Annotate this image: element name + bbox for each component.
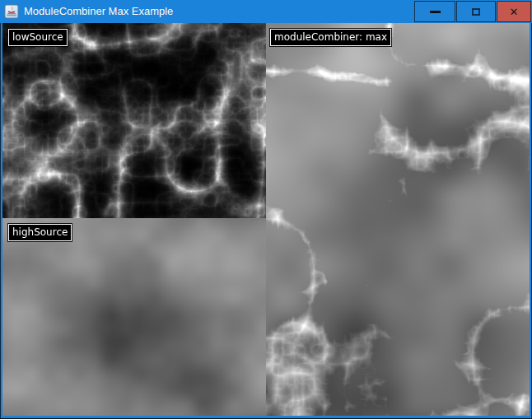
app-window: ModuleCombiner Max Example ✕ lowSource h… bbox=[0, 0, 532, 419]
modulecombiner-noise-panel bbox=[266, 23, 530, 416]
close-icon: ✕ bbox=[510, 7, 519, 17]
java-app-icon bbox=[4, 4, 19, 19]
minimize-icon bbox=[430, 11, 441, 13]
highsource-noise-panel bbox=[2, 218, 266, 416]
modulecombiner-label: moduleCombiner: max bbox=[270, 29, 391, 46]
highsource-label: highSource bbox=[8, 224, 72, 241]
window-controls: ✕ bbox=[413, 1, 531, 22]
lowsource-label: lowSource bbox=[8, 29, 68, 46]
lowsource-noise-panel bbox=[2, 23, 266, 218]
window-title: ModuleCombiner Max Example bbox=[24, 0, 173, 23]
maximize-button[interactable] bbox=[456, 1, 496, 22]
render-area: lowSource highSource moduleCombiner: max bbox=[2, 23, 530, 416]
close-button[interactable]: ✕ bbox=[497, 1, 531, 22]
maximize-icon bbox=[472, 8, 480, 16]
minimize-button[interactable] bbox=[414, 1, 455, 22]
titlebar[interactable]: ModuleCombiner Max Example ✕ bbox=[0, 0, 532, 23]
